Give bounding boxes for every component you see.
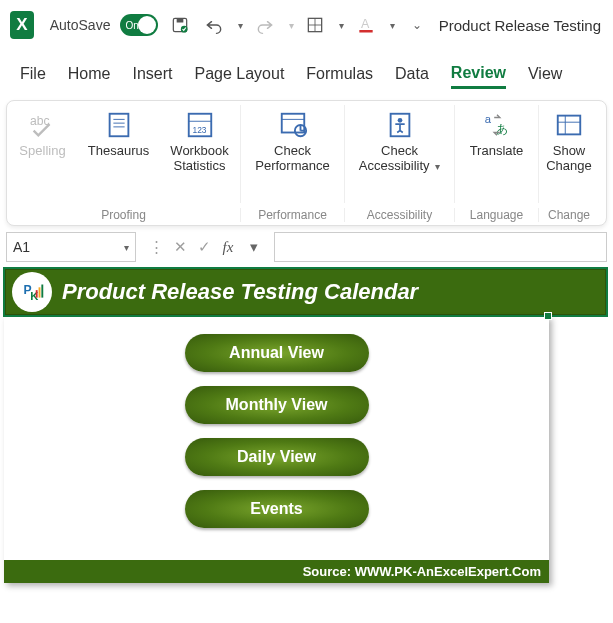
spelling-icon: abc [28, 107, 58, 143]
svg-rect-31 [36, 290, 38, 298]
tab-insert[interactable]: Insert [132, 65, 172, 87]
svg-rect-32 [39, 287, 41, 297]
title-bar: X AutoSave On ▾ ▾ ▾ A ▾ ⌄ Product Releas… [0, 0, 613, 50]
banner-logo-icon: PK [12, 272, 52, 312]
tab-review[interactable]: Review [451, 64, 506, 89]
borders-dropdown-icon[interactable]: ▾ [339, 20, 344, 31]
qat-overflow-icon[interactable]: ⌄ [405, 11, 429, 39]
tab-view[interactable]: View [528, 65, 562, 87]
daily-view-button[interactable]: Daily View [185, 438, 369, 476]
ribbon-group-label: Performance [241, 208, 345, 222]
formula-controls: ⋮ ✕ ✓ fx ▾ [142, 232, 268, 262]
cancel-formula-icon[interactable]: ✕ [170, 238, 190, 256]
formula-bar: A1 ▾ ⋮ ✕ ✓ fx ▾ [6, 232, 607, 262]
translate-icon: aあ [482, 107, 512, 143]
check-performance-icon [278, 107, 308, 143]
redo-icon[interactable] [253, 11, 277, 39]
ribbon-group-label: Change [539, 208, 599, 222]
svg-text:A: A [361, 17, 370, 31]
document-title: Product Release Testing [439, 17, 603, 34]
sheet-area: PK Product Release Testing Calendar Annu… [4, 268, 607, 583]
ribbon-group-label: Language [455, 208, 539, 222]
redo-dropdown-icon[interactable]: ▾ [289, 20, 294, 31]
undo-dropdown-icon[interactable]: ▾ [238, 20, 243, 31]
banner-title: Product Release Testing Calendar [62, 279, 418, 305]
svg-rect-33 [41, 285, 43, 298]
spelling-button[interactable]: abc Spelling [6, 105, 80, 175]
svg-text:K: K [30, 290, 39, 302]
nav-card: Annual View Monthly View Daily View Even… [4, 316, 549, 583]
font-color-icon[interactable]: A [354, 11, 378, 39]
svg-rect-1 [177, 18, 184, 22]
ribbon-group-changes: Show Change [539, 105, 599, 203]
tab-page-layout[interactable]: Page Layout [194, 65, 284, 87]
font-color-dropdown-icon[interactable]: ▾ [390, 20, 395, 31]
ribbon-group-label: Proofing [7, 208, 241, 222]
svg-rect-7 [359, 30, 372, 33]
annual-view-button[interactable]: Annual View [185, 334, 369, 372]
thesaurus-button[interactable]: Thesaurus [82, 105, 156, 175]
ribbon-group-proofing: abc Spelling Thesaurus 123 Workbook Stat… [7, 105, 241, 203]
ribbon-group-label: Accessibility [345, 208, 455, 222]
chevron-down-icon: ▾ [435, 161, 440, 172]
formula-input[interactable] [274, 232, 607, 262]
chevron-down-icon[interactable]: ▾ [244, 238, 264, 256]
accept-formula-icon[interactable]: ✓ [194, 238, 214, 256]
tab-home[interactable]: Home [68, 65, 111, 87]
ribbon: abc Spelling Thesaurus 123 Workbook Stat… [6, 100, 607, 226]
fx-icon[interactable]: fx [218, 239, 238, 256]
svg-point-22 [397, 118, 402, 123]
tab-data[interactable]: Data [395, 65, 429, 87]
monthly-view-button[interactable]: Monthly View [185, 386, 369, 424]
name-box[interactable]: A1 ▾ [6, 232, 136, 262]
ribbon-group-language: aあ Translate [455, 105, 539, 203]
events-button[interactable]: Events [185, 490, 369, 528]
autosave-label: AutoSave [50, 17, 111, 33]
chevron-down-icon[interactable]: ▾ [124, 242, 129, 253]
borders-icon[interactable] [304, 11, 328, 39]
selection-handle[interactable] [544, 312, 552, 320]
title-banner[interactable]: PK Product Release Testing Calendar [4, 268, 607, 316]
save-icon[interactable] [168, 11, 192, 39]
show-changes-icon [554, 107, 584, 143]
check-performance-button[interactable]: Check Performance [243, 105, 343, 175]
thesaurus-icon [104, 107, 134, 143]
show-changes-button[interactable]: Show Change [541, 105, 597, 175]
svg-text:あ: あ [496, 122, 508, 136]
ribbon-group-accessibility: Check Accessibility ▾ [345, 105, 455, 203]
translate-button[interactable]: aあ Translate [457, 105, 537, 160]
check-accessibility-icon [385, 107, 415, 143]
svg-text:a: a [484, 113, 491, 125]
workbook-statistics-icon: 123 [185, 107, 215, 143]
source-label: Source: WWW.PK-AnExcelExpert.Com [4, 560, 549, 583]
workbook-statistics-button[interactable]: 123 Workbook Statistics [158, 105, 242, 175]
svg-rect-9 [109, 114, 128, 137]
tab-formulas[interactable]: Formulas [306, 65, 373, 87]
formula-divider-icon: ⋮ [146, 238, 166, 256]
menu-tabs: File Home Insert Page Layout Formulas Da… [0, 56, 613, 96]
tab-file[interactable]: File [20, 65, 46, 87]
autosave-toggle[interactable]: On [120, 14, 158, 36]
check-accessibility-button[interactable]: Check Accessibility ▾ [347, 105, 453, 175]
ribbon-group-performance: Check Performance [241, 105, 345, 203]
svg-rect-25 [558, 116, 581, 135]
excel-logo-icon: X [10, 11, 34, 39]
svg-text:123: 123 [192, 125, 206, 135]
undo-icon[interactable] [202, 11, 226, 39]
